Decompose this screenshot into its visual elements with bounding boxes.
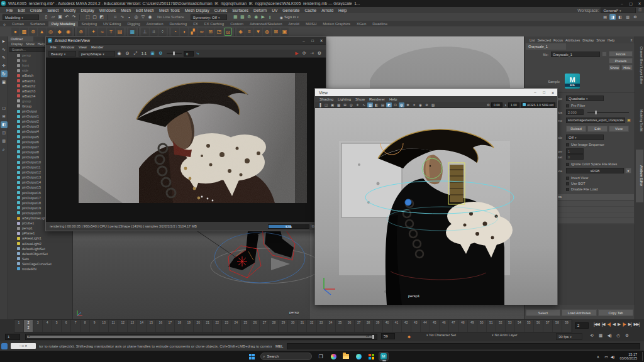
frame-tick[interactable]: 51: [487, 320, 496, 332]
command-line-input[interactable]: [287, 343, 640, 349]
shelf-icon[interactable]: [87, 28, 88, 36]
view-close-button[interactable]: ✕: [548, 90, 557, 95]
use-bot-checkbox[interactable]: Use BOT: [566, 182, 586, 185]
sign-in-menu[interactable]: ◉Sign in▾: [280, 15, 299, 19]
shelf-icon[interactable]: ▲: [38, 28, 46, 36]
outliner-menu-item[interactable]: Show: [26, 42, 35, 46]
redo-icon[interactable]: ↷: [70, 14, 77, 19]
toggle-outliner-icon[interactable]: ▥: [625, 14, 631, 20]
task-view-button[interactable]: ❐: [316, 352, 326, 361]
select-button[interactable]: Select: [526, 309, 560, 316]
close-button[interactable]: ✕: [635, 1, 644, 6]
ignore-colorspace-rules-checkbox[interactable]: Ignore Color Space File Rules: [566, 162, 617, 166]
shelf-icon[interactable]: ⊥: [141, 28, 149, 36]
arnold-menu-item[interactable]: Render: [91, 45, 104, 49]
shelf-icon[interactable]: ◎: [47, 28, 55, 36]
shelf-icon[interactable]: ▣: [280, 28, 289, 36]
viewport-toolbar-icon[interactable]: ▐: [317, 102, 323, 107]
render-view-icon[interactable]: ▦: [232, 14, 239, 19]
frame-tick[interactable]: 14: [137, 320, 147, 332]
frame-tick[interactable]: 31: [297, 320, 307, 332]
outliner-menu-item[interactable]: Display: [11, 42, 23, 46]
zoom-1to1-label[interactable]: 1:1: [140, 52, 148, 55]
mel-label[interactable]: MEL: [275, 344, 283, 348]
range-slider-track[interactable]: 1 59: [25, 334, 377, 340]
snap-viewplane-icon[interactable]: ▽: [140, 14, 147, 19]
view-menu-item[interactable]: Show: [355, 97, 365, 101]
shelf-icon[interactable]: ▤: [116, 28, 124, 36]
arnold-menu-item[interactable]: Window: [61, 45, 74, 49]
start-button[interactable]: [247, 352, 257, 361]
fps-selector[interactable]: 30 fps▾: [556, 333, 582, 340]
current-time-field[interactable]: 2: [575, 322, 589, 329]
viewport-toolbar-icon[interactable]: ◎: [348, 102, 354, 107]
ae-menu-item[interactable]: Display: [582, 38, 594, 42]
ae-menu-item[interactable]: List: [530, 38, 535, 42]
shelf-icon[interactable]: ⊠: [272, 28, 280, 36]
frame-tick[interactable]: 15: [147, 320, 156, 332]
single-pane-layout-icon[interactable]: ▢: [1, 105, 8, 112]
outliner-tab[interactable]: Outliner: [8, 36, 33, 41]
shelf-icon[interactable]: [169, 28, 170, 36]
character-key-icon[interactable]: ⬥: [408, 334, 411, 339]
transport-button[interactable]: |◀: [602, 322, 605, 327]
shelf-icon[interactable]: [74, 28, 75, 36]
pre-filter-checkbox[interactable]: Pre Filter: [566, 104, 585, 107]
frame-tick[interactable]: 16: [156, 320, 165, 332]
texture-swatch-icon[interactable]: [602, 52, 607, 57]
outliner-item[interactable]: aiAreaLight1: [8, 236, 72, 241]
frame-tick[interactable]: 43: [411, 320, 421, 332]
scale-tool-icon[interactable]: ▣: [1, 79, 8, 85]
frame-tick[interactable]: 5: [52, 320, 62, 332]
shelf-tab[interactable]: MASH: [303, 21, 319, 26]
ae-node-tab[interactable]: Grayscale_1: [526, 43, 566, 50]
outliner-menu-item[interactable]: Help: [38, 42, 45, 46]
shelf-icon[interactable]: [234, 28, 235, 36]
symmetry-selector[interactable]: Symmetry: Off▾: [191, 14, 227, 20]
shelf-tab[interactable]: XGen: [353, 21, 369, 26]
viewport-exposure-field[interactable]: 0.00: [491, 102, 502, 107]
maximize-button[interactable]: ▢: [626, 1, 635, 6]
arnold-close-button[interactable]: ✕: [317, 38, 326, 43]
frame-tick[interactable]: 8: [80, 320, 90, 332]
shelf-icon[interactable]: ✦: [89, 28, 97, 36]
shelf-tab[interactable]: Rigging: [124, 21, 143, 26]
menu-item[interactable]: Curves: [214, 8, 228, 13]
frame-tick[interactable]: 34: [326, 320, 336, 332]
start-ipr-icon[interactable]: ▶: [293, 51, 301, 56]
microsoft-365-icon[interactable]: [366, 352, 376, 361]
frame-tick[interactable]: 10: [99, 320, 109, 332]
taskbar-search[interactable]: ⌕ Search: [260, 353, 312, 360]
shelf-tab[interactable]: Animation: [143, 21, 167, 26]
frame-tick[interactable]: 53: [506, 320, 515, 332]
frame-tick[interactable]: 49: [468, 320, 477, 332]
transport-button[interactable]: ▶: [618, 322, 620, 327]
shelf-tab[interactable]: Surfaces: [27, 21, 48, 26]
frame-tick[interactable]: 4: [43, 320, 52, 332]
frame-tick[interactable]: 27: [260, 320, 269, 332]
shelf-icon[interactable]: ≈: [98, 28, 106, 36]
outliner-item[interactable]: Sets: [8, 256, 72, 261]
clock-tray[interactable]: 15:17 03/06/2025: [619, 353, 637, 360]
range-end-field[interactable]: 59: [381, 333, 395, 339]
arnold-menu-item[interactable]: File: [50, 45, 57, 49]
color-space-dropdown[interactable]: sRGB: [566, 168, 624, 173]
viewport-toolbar-icon[interactable]: ▤: [380, 102, 386, 107]
menu-item[interactable]: Create: [30, 8, 43, 13]
frame-tick[interactable]: 25: [241, 320, 250, 332]
viewport-toolbar-icon[interactable]: ▧: [430, 102, 436, 107]
color-space-menu-button[interactable]: ▾: [625, 168, 631, 173]
live-surface-label[interactable]: No Live Surface: [157, 15, 184, 19]
invert-checkbox[interactable]: Invert View: [566, 176, 588, 180]
frame-tick[interactable]: 50: [477, 320, 487, 332]
disable-file-load-checkbox[interactable]: Disable File Load: [566, 187, 598, 191]
menu-item[interactable]: Display: [80, 8, 94, 13]
light-editor-icon[interactable]: ▶: [260, 14, 267, 19]
shelf-icon[interactable]: ◆: [55, 28, 64, 36]
show-button[interactable]: Show: [609, 65, 620, 70]
shelf-icon[interactable]: ▞: [189, 28, 197, 36]
refresh-render-icon[interactable]: ⟳: [301, 51, 308, 56]
aov-selector[interactable]: Beauty▾: [48, 51, 76, 57]
viewport-toolbar-icon[interactable]: ◫: [323, 102, 329, 107]
toggle-channelbox-icon[interactable]: ▤: [602, 14, 608, 20]
